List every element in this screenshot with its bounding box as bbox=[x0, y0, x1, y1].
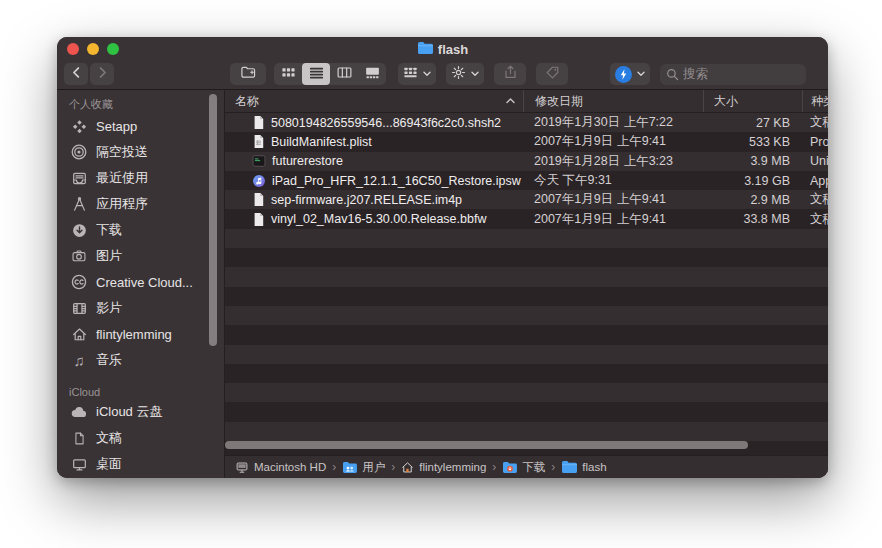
file-size-cell: 3.19 GB bbox=[703, 174, 802, 188]
back-button[interactable] bbox=[64, 63, 88, 85]
setapp-icon bbox=[70, 119, 88, 134]
file-date-cell: 2007年1月9日 上午9:41 bbox=[523, 133, 703, 150]
file-row[interactable]: BuildManifest.plist2007年1月9日 上午9:41533 K… bbox=[225, 132, 828, 151]
icon-view-button[interactable] bbox=[274, 63, 302, 85]
path-item-用户[interactable]: 用户 bbox=[342, 460, 385, 475]
sidebar-item-label: 图片 bbox=[96, 247, 122, 265]
file-date-cell: 2019年1月28日 上午3:23 bbox=[523, 153, 703, 170]
sidebar-item-icloud[interactable]: iCloud 云盘 bbox=[57, 399, 224, 425]
tag-button[interactable] bbox=[536, 63, 568, 85]
sidebar-item-label: 下载 bbox=[96, 221, 122, 239]
zoom-button[interactable] bbox=[107, 43, 119, 55]
file-date-cell: 2019年1月30日 上午7:22 bbox=[523, 114, 703, 131]
file-date-cell: 今天 下午9:31 bbox=[523, 172, 703, 189]
chevron-down-icon bbox=[423, 71, 431, 77]
file-row[interactable]: sep-firmware.j207.RELEASE.im4p2007年1月9日 … bbox=[225, 190, 828, 209]
file-row[interactable]: iPad_Pro_HFR_12.1.1_16C50_Restore.ipsw今天… bbox=[225, 171, 828, 190]
share-button[interactable] bbox=[494, 63, 526, 85]
list-view-icon bbox=[309, 65, 324, 84]
path-item-label: flash bbox=[582, 461, 606, 473]
file-size-cell: 33.8 MB bbox=[703, 212, 802, 226]
search-field[interactable] bbox=[660, 64, 806, 85]
search-input[interactable] bbox=[683, 67, 800, 81]
sidebar-item-setapp[interactable]: Setapp bbox=[57, 113, 224, 139]
exec-file-icon bbox=[252, 154, 266, 168]
path-bar: Macintosh HD›用户›flintylemming›下载›flash bbox=[225, 455, 828, 478]
file-name: iPad_Pro_HFR_12.1.1_16C50_Restore.ipsw bbox=[272, 174, 521, 188]
movies-icon bbox=[70, 301, 88, 316]
folder-downloads-icon bbox=[502, 461, 517, 474]
sidebar-item-downloads[interactable]: 下载 bbox=[57, 217, 224, 243]
file-name-cell: iPad_Pro_HFR_12.1.1_16C50_Restore.ipsw bbox=[225, 174, 523, 188]
sidebar-item-recents[interactable]: 最近使用 bbox=[57, 165, 224, 191]
sidebar-item-label: 应用程序 bbox=[96, 195, 148, 213]
chevron-down-icon bbox=[637, 71, 645, 77]
sidebar-item-label: 桌面 bbox=[96, 455, 122, 473]
path-item-flash[interactable]: flash bbox=[561, 460, 606, 474]
doc-file-icon bbox=[252, 115, 265, 130]
column-header-name[interactable]: 名称 bbox=[225, 90, 523, 112]
column-view-button[interactable] bbox=[330, 63, 358, 85]
action-dropdown[interactable] bbox=[446, 63, 484, 85]
path-separator: › bbox=[492, 460, 496, 474]
file-kind-cell: Uni bbox=[802, 154, 828, 168]
file-name: BuildManifest.plist bbox=[271, 135, 372, 149]
titlebar[interactable]: flash bbox=[57, 37, 828, 58]
gallery-view-button[interactable] bbox=[358, 63, 386, 85]
minimize-button[interactable] bbox=[87, 43, 99, 55]
file-size-cell: 533 KB bbox=[703, 135, 802, 149]
file-kind-cell: 文稿 bbox=[802, 114, 828, 131]
path-item-label: 用户 bbox=[362, 460, 385, 475]
gallery-view-icon bbox=[365, 65, 380, 84]
pictures-icon bbox=[70, 249, 88, 263]
list-view-button[interactable] bbox=[302, 63, 330, 85]
column-header-size[interactable]: 大小 bbox=[703, 90, 802, 112]
desktop-icon bbox=[70, 457, 88, 472]
path-item-下载[interactable]: 下载 bbox=[502, 460, 545, 475]
folder-blue-icon bbox=[561, 460, 577, 474]
column-header-kind[interactable]: 种类 bbox=[802, 90, 828, 112]
file-kind-cell: Pro bbox=[802, 135, 828, 149]
sidebar-item-creative-cloud[interactable]: Creative Cloud... bbox=[57, 269, 224, 295]
sidebar-scrollbar[interactable] bbox=[209, 94, 217, 346]
file-name: 5080194826559546...86943f6c2c0.shsh2 bbox=[271, 116, 501, 130]
sidebar-item-pictures[interactable]: 图片 bbox=[57, 243, 224, 269]
sidebar-item-music[interactable]: ♫音乐 bbox=[57, 347, 224, 373]
creative-cloud-icon bbox=[70, 274, 88, 290]
sidebar-item-label: iCloud 云盘 bbox=[96, 403, 162, 421]
forward-button[interactable] bbox=[90, 63, 114, 85]
path-item-label: flintylemming bbox=[419, 461, 486, 473]
path-item-label: 下载 bbox=[522, 460, 545, 475]
downloads-icon bbox=[70, 223, 88, 238]
sidebar-item-home[interactable]: flintylemming bbox=[57, 321, 224, 347]
column-header-date[interactable]: 修改日期 bbox=[523, 90, 703, 112]
path-item-macintosh-hd[interactable]: Macintosh HD bbox=[235, 461, 326, 474]
new-folder-button[interactable] bbox=[230, 63, 266, 85]
file-name: futurerestore bbox=[272, 154, 343, 168]
column-label: 种类 bbox=[811, 93, 828, 110]
file-name: sep-firmware.j207.RELEASE.im4p bbox=[271, 193, 462, 207]
tag-icon bbox=[545, 65, 560, 84]
column-label: 名称 bbox=[235, 93, 259, 110]
file-row[interactable]: vinyl_02_Mav16-5.30.00.Release.bbfw2007年… bbox=[225, 209, 828, 228]
path-item-flintylemming[interactable]: flintylemming bbox=[401, 461, 486, 474]
sidebar-item-label: 文稿 bbox=[96, 429, 122, 447]
column-headers: 名称 修改日期 大小 种类 bbox=[225, 90, 828, 113]
path-item-label: Macintosh HD bbox=[254, 461, 326, 473]
doc-file-icon bbox=[252, 212, 265, 227]
file-list: 5080194826559546...86943f6c2c0.shsh22019… bbox=[225, 113, 828, 455]
sidebar-item-documents[interactable]: 文稿 bbox=[57, 425, 224, 451]
sidebar-item-desktop[interactable]: 桌面 bbox=[57, 451, 224, 477]
quick-actions-dropdown[interactable] bbox=[610, 63, 650, 85]
close-button[interactable] bbox=[67, 43, 79, 55]
window-chrome: flash bbox=[57, 37, 828, 90]
group-grid-icon bbox=[403, 65, 418, 84]
sidebar-item-movies[interactable]: 影片 bbox=[57, 295, 224, 321]
sidebar-item-applications[interactable]: 应用程序 bbox=[57, 191, 224, 217]
file-row[interactable]: 5080194826559546...86943f6c2c0.shsh22019… bbox=[225, 113, 828, 132]
home-icon bbox=[70, 327, 88, 342]
group-by-dropdown[interactable] bbox=[398, 63, 436, 85]
sidebar-item-airdrop[interactable]: 隔空投送 bbox=[57, 139, 224, 165]
horizontal-scrollbar[interactable] bbox=[225, 441, 748, 449]
file-row[interactable]: futurerestore2019年1月28日 上午3:233.9 MBUni bbox=[225, 152, 828, 171]
